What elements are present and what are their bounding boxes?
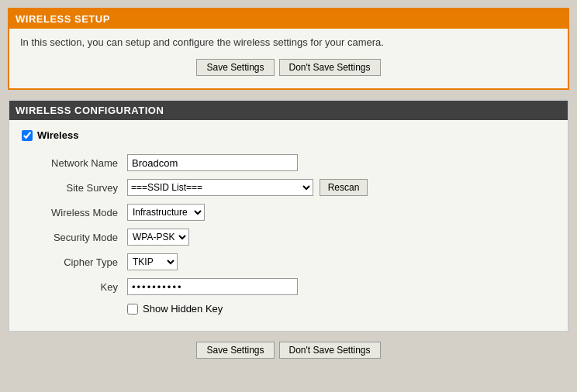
key-row: Key [22, 274, 555, 299]
key-value-cell [123, 274, 555, 299]
cipher-type-row: Cipher Type TKIP [22, 249, 555, 274]
show-key-row: Show Hidden Key [22, 299, 555, 318]
page-wrapper: WIRELESS SETUP In this section, you can … [0, 0, 577, 392]
site-survey-value-cell: ===SSID List=== Rescan [123, 175, 555, 200]
site-survey-label: Site Survey [22, 175, 123, 200]
wireless-config-header: WIRELESS CONFIGURATION [9, 101, 568, 120]
wireless-mode-select[interactable]: Infrastructure [127, 204, 205, 221]
cipher-type-label: Cipher Type [22, 249, 123, 274]
security-mode-label: Security Mode [22, 225, 123, 249]
wireless-setup-header: WIRELESS SETUP [9, 9, 568, 29]
bottom-button-row: Save Settings Don't Save Settings [8, 342, 569, 359]
wireless-mode-row: Wireless Mode Infrastructure [22, 200, 555, 225]
security-mode-select[interactable]: WPA-PSK [127, 229, 189, 246]
key-label: Key [22, 274, 123, 299]
setup-button-row: Save Settings Don't Save Settings [20, 56, 557, 81]
wireless-enable-row: Wireless [22, 129, 555, 141]
site-survey-row: Site Survey ===SSID List=== Rescan [22, 175, 555, 200]
save-settings-button-top[interactable]: Save Settings [196, 59, 274, 76]
dont-save-settings-button-top[interactable]: Don't Save Settings [279, 59, 381, 76]
show-hidden-key-checkbox[interactable] [127, 304, 138, 315]
network-name-input[interactable] [127, 154, 298, 171]
config-form-table: Network Name Site Survey ===SSID List=== [22, 150, 555, 318]
security-mode-value-cell: WPA-PSK [123, 225, 555, 249]
wireless-mode-value-cell: Infrastructure [123, 200, 555, 225]
key-input[interactable] [127, 278, 298, 295]
show-hidden-key-container: Show Hidden Key [127, 303, 551, 315]
cipher-type-select[interactable]: TKIP [127, 253, 178, 270]
network-name-value-cell [123, 150, 555, 175]
site-survey-select[interactable]: ===SSID List=== [127, 179, 313, 196]
cipher-type-value-cell: TKIP [123, 249, 555, 274]
dont-save-settings-button-bottom[interactable]: Don't Save Settings [279, 342, 381, 359]
wireless-mode-label: Wireless Mode [22, 200, 123, 225]
wireless-enable-checkbox[interactable] [22, 130, 33, 141]
wireless-config-section: WIRELESS CONFIGURATION Wireless Network … [8, 99, 569, 332]
wireless-enable-label: Wireless [37, 129, 78, 141]
setup-description: In this section, you can setup and confi… [20, 36, 557, 48]
security-mode-row: Security Mode WPA-PSK [22, 225, 555, 249]
save-settings-button-bottom[interactable]: Save Settings [196, 342, 274, 359]
wireless-setup-body: In this section, you can setup and confi… [9, 29, 568, 88]
wireless-setup-section: WIRELESS SETUP In this section, you can … [8, 8, 569, 90]
show-hidden-key-label: Show Hidden Key [143, 303, 223, 315]
network-name-row: Network Name [22, 150, 555, 175]
network-name-label: Network Name [22, 150, 123, 175]
wireless-config-body: Wireless Network Name Site Survey [9, 120, 568, 331]
rescan-button[interactable]: Rescan [320, 179, 368, 196]
